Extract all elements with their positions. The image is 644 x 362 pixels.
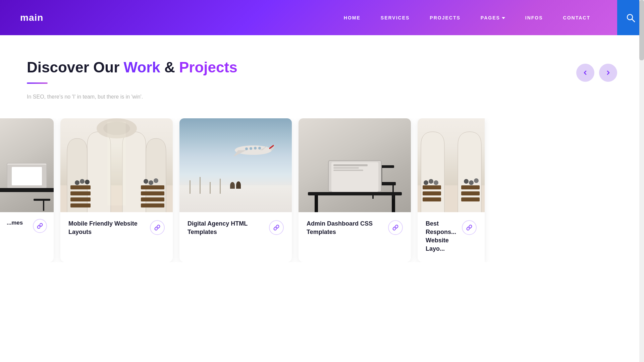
list-item: ...mes [0,118,54,262]
card-link-button[interactable] [462,220,477,235]
svg-point-36 [424,180,428,185]
nav-services[interactable]: SERVICES [381,15,410,20]
card-link-button[interactable] [150,220,165,235]
link-icon [466,225,472,231]
cards-container: ...mes [0,118,637,262]
site-header: main HOME SERVICES PROJECTS PAGES INFOS … [0,0,644,35]
search-icon [626,13,636,23]
heading-work: Work [124,59,160,75]
card-image-airplane [179,118,292,212]
svg-rect-5 [70,185,91,189]
svg-point-41 [474,178,479,183]
svg-point-21 [250,147,252,150]
card-link-button[interactable] [33,219,47,233]
carousel-controls [576,64,617,82]
svg-line-1 [632,19,635,22]
svg-point-23 [258,147,261,149]
svg-point-16 [144,179,148,184]
nav-infos[interactable]: INFOS [525,15,543,20]
card-link-button[interactable] [269,220,284,235]
card-image-church [60,118,173,212]
svg-rect-11 [141,197,164,201]
nav-projects[interactable]: PROJECTS [430,15,460,20]
next-button[interactable] [599,64,617,82]
card-image-laptop [0,118,54,212]
chevron-left-icon [583,70,588,75]
svg-rect-32 [423,197,441,201]
svg-point-14 [80,179,85,184]
svg-rect-30 [423,185,441,189]
main-nav: HOME SERVICES PROJECTS PAGES INFOS CONTA… [344,15,590,20]
section-heading: Discover Our Work & Projects [27,59,617,76]
svg-rect-10 [141,191,164,195]
nav-contact[interactable]: CONTACT [563,15,590,20]
svg-rect-12 [141,203,164,207]
prev-button[interactable] [576,64,594,82]
svg-point-40 [469,180,474,185]
scrollbar[interactable] [639,0,644,362]
list-item: Digital Agency HTML Templates [179,118,292,262]
link-icon [37,223,43,229]
card-link-button[interactable] [388,220,403,235]
svg-rect-9 [141,185,164,189]
svg-point-39 [464,179,469,184]
svg-point-38 [434,180,438,185]
nav-pages[interactable]: PAGES [481,15,505,20]
svg-rect-8 [70,203,91,207]
heading-connector: & [160,59,179,75]
heading-projects: Projects [179,59,237,75]
svg-point-20 [245,147,248,150]
list-item: Best Respons...Website Layo... [418,118,485,262]
card-title: Digital Agency HTML Templates [187,220,261,236]
list-item: Mobile Friendly Website Layouts [60,118,173,262]
svg-point-18 [154,178,158,183]
svg-rect-31 [423,191,441,195]
nav-home[interactable]: HOME [344,15,361,20]
list-item: Admin Dashboard CSS Templates [299,118,411,262]
svg-rect-26 [392,185,394,199]
svg-rect-33 [461,185,480,189]
svg-rect-7 [70,197,91,201]
card-title: Mobile Friendly Website Layouts [68,220,142,236]
svg-point-22 [254,147,257,149]
card-image-laptop2 [299,118,411,212]
scrollbar-thumb[interactable] [639,0,644,60]
chevron-right-icon [606,70,610,75]
svg-point-37 [429,179,433,184]
card-title: ...mes [7,219,23,227]
section-subtitle: In SEO, there's no 'I' in team, but ther… [27,94,617,100]
svg-rect-35 [461,197,480,201]
card-title: Admin Dashboard CSS Templates [307,220,380,236]
link-icon [273,225,279,231]
chevron-down-icon [502,17,505,19]
svg-rect-6 [70,191,91,195]
link-icon [154,225,160,231]
svg-rect-34 [461,191,480,195]
svg-point-15 [85,180,90,184]
card-image-church-partial [418,118,485,212]
card-title: Best Respons...Website Layo... [426,220,462,253]
main-content: Discover Our Work & Projects In SEO, the… [0,35,644,282]
logo[interactable]: main [20,12,43,23]
link-icon [392,225,398,231]
heading-prefix: Discover Our [27,59,124,75]
svg-point-17 [149,180,153,185]
underline-bar [27,82,48,84]
svg-point-13 [75,180,79,185]
